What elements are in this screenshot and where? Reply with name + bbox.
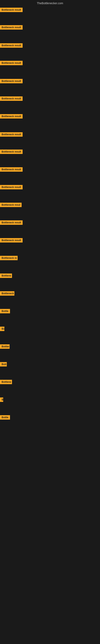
bottleneck-badge-12[interactable]: Bottleneck resul bbox=[0, 203, 22, 207]
bottleneck-badge-18[interactable]: Bottle bbox=[0, 309, 10, 313]
bottleneck-item-8: Bottleneck result bbox=[0, 132, 23, 138]
bottleneck-badge-24[interactable]: Bottle bbox=[0, 415, 10, 420]
bottleneck-item-7: Bottleneck result bbox=[0, 114, 23, 119]
bottleneck-item-11: Bottleneck result bbox=[0, 185, 23, 190]
bottleneck-badge-3[interactable]: Bottleneck result bbox=[0, 43, 23, 48]
bottleneck-item-15: Bottleneck re bbox=[0, 256, 18, 261]
bottleneck-item-12: Bottleneck resul bbox=[0, 203, 22, 208]
bottleneck-item-4: Bottleneck result bbox=[0, 61, 23, 66]
bottleneck-badge-16[interactable]: Bottlene bbox=[0, 274, 12, 278]
bottleneck-badge-6[interactable]: Bottleneck result bbox=[0, 96, 23, 101]
bottleneck-item-21: Bott bbox=[0, 362, 7, 367]
bottleneck-item-17: Bottleneck bbox=[0, 291, 14, 296]
bottleneck-item-22: Bottlene bbox=[0, 380, 12, 385]
bottleneck-badge-9[interactable]: Bottleneck result bbox=[0, 150, 23, 154]
bottleneck-item-16: Bottlene bbox=[0, 274, 12, 279]
bottleneck-item-10: Bottleneck result bbox=[0, 167, 23, 172]
bottleneck-badge-14[interactable]: Bottleneck result bbox=[0, 238, 23, 242]
bottleneck-badge-23[interactable]: B bbox=[0, 398, 3, 402]
bottleneck-badge-13[interactable]: Bottleneck result bbox=[0, 220, 23, 225]
bottleneck-item-2: Bottleneck result bbox=[0, 25, 23, 30]
bottleneck-badge-22[interactable]: Bottlene bbox=[0, 380, 12, 384]
bottleneck-item-19: Bo bbox=[0, 327, 4, 332]
bottleneck-badge-5[interactable]: Bottleneck result bbox=[0, 79, 23, 83]
site-title: TheBottlenecker.com bbox=[0, 0, 100, 6]
bottleneck-item-6: Bottleneck result bbox=[0, 96, 23, 102]
bottleneck-badge-17[interactable]: Bottleneck bbox=[0, 291, 14, 296]
bottleneck-item-18: Bottle bbox=[0, 309, 10, 314]
bottleneck-badge-4[interactable]: Bottleneck result bbox=[0, 61, 23, 65]
bottleneck-badge-21[interactable]: Bott bbox=[0, 362, 7, 366]
bottleneck-item-9: Bottleneck result bbox=[0, 150, 23, 155]
bottleneck-item-13: Bottleneck result bbox=[0, 220, 23, 226]
bottleneck-item-1: Bottleneck result bbox=[0, 8, 23, 13]
bottleneck-item-23: B bbox=[0, 398, 3, 403]
bottleneck-item-14: Bottleneck result bbox=[0, 238, 23, 243]
bottleneck-badge-11[interactable]: Bottleneck result bbox=[0, 185, 23, 190]
bottleneck-badge-20[interactable]: Bottler bbox=[0, 344, 10, 349]
bottleneck-badge-15[interactable]: Bottleneck re bbox=[0, 256, 18, 260]
bottleneck-item-24: Bottle bbox=[0, 415, 10, 420]
bottleneck-item-5: Bottleneck result bbox=[0, 79, 23, 84]
bottleneck-item-3: Bottleneck result bbox=[0, 43, 23, 48]
bottleneck-badge-8[interactable]: Bottleneck result bbox=[0, 132, 23, 137]
bottleneck-badge-2[interactable]: Bottleneck result bbox=[0, 25, 23, 30]
bottleneck-badge-10[interactable]: Bottleneck result bbox=[0, 167, 23, 172]
bottleneck-badge-19[interactable]: Bo bbox=[0, 327, 4, 331]
bottleneck-badge-1[interactable]: Bottleneck result bbox=[0, 8, 23, 12]
bottleneck-item-20: Bottler bbox=[0, 344, 10, 350]
bottleneck-badge-7[interactable]: Bottleneck result bbox=[0, 114, 23, 118]
